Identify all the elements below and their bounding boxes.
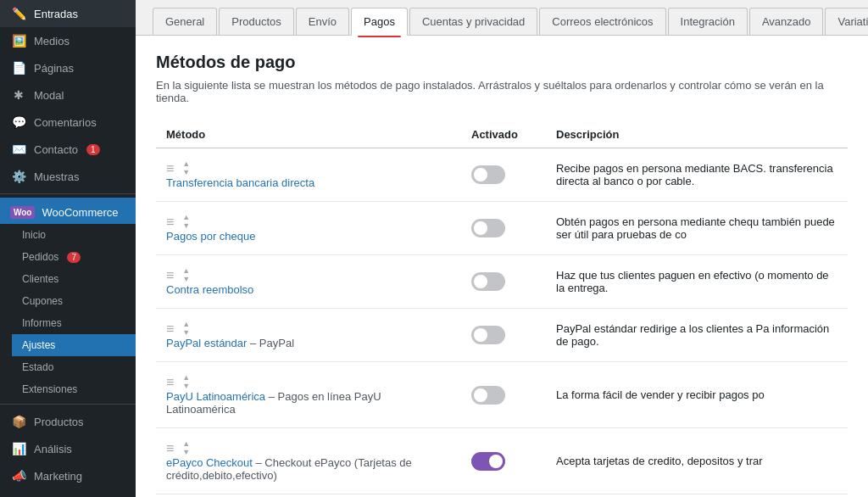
sidebar-label-contacto: Contacto bbox=[34, 143, 78, 156]
up-arrow-3[interactable]: ▲ bbox=[182, 321, 190, 328]
paginas-icon: 📄 bbox=[10, 61, 27, 75]
method-link-2[interactable]: Contra reembolso bbox=[166, 283, 253, 296]
table-row: ≡▲▼PayU Latinoamérica – Pagos en línea P… bbox=[156, 362, 848, 428]
sidebar-woocommerce[interactable]: Woo WooCommerce bbox=[0, 198, 136, 224]
productos-icon: 📦 bbox=[10, 415, 27, 428]
desc-cell-4: La forma fácil de vender y recibir pagos… bbox=[546, 362, 848, 428]
toggle-slider-1 bbox=[471, 219, 505, 237]
up-arrow-0[interactable]: ▲ bbox=[182, 160, 190, 168]
method-link-0[interactable]: Transferencia bancaria directa bbox=[166, 176, 314, 189]
down-arrow-3[interactable]: ▼ bbox=[182, 329, 190, 337]
main-content: GeneralProductosEnvíoPagosCuentas y priv… bbox=[136, 0, 868, 497]
activated-cell-5[interactable] bbox=[461, 428, 546, 494]
sidebar-item-cupones[interactable]: Cupones bbox=[12, 290, 136, 312]
tab-general[interactable]: General bbox=[153, 8, 217, 35]
sidebar-label-comentarios: Comentarios bbox=[34, 116, 97, 129]
drag-handle-5[interactable]: ≡ bbox=[166, 441, 174, 456]
sidebar-item-modal[interactable]: ✱Modal bbox=[0, 81, 136, 109]
toggle-1[interactable] bbox=[471, 219, 505, 237]
col-header-method: Método bbox=[156, 121, 461, 148]
sidebar-label-analisis: Análisis bbox=[34, 443, 72, 455]
method-link-4[interactable]: PayU Latinoamérica bbox=[166, 390, 265, 403]
tab-avanzado[interactable]: Avanzado bbox=[749, 8, 824, 35]
up-arrow-1[interactable]: ▲ bbox=[182, 214, 190, 221]
sidebar-item-marketing[interactable]: 📣Marketing bbox=[0, 462, 136, 489]
col-header-description: Descripción bbox=[546, 121, 848, 148]
down-arrow-1[interactable]: ▼ bbox=[182, 222, 190, 230]
activated-cell-4[interactable] bbox=[461, 362, 546, 428]
sidebar-item-inicio[interactable]: Inicio bbox=[12, 224, 136, 246]
down-arrow-2[interactable]: ▼ bbox=[182, 276, 190, 283]
activated-cell-1[interactable] bbox=[461, 202, 546, 255]
page-description: En la siguiente lista se muestran los mé… bbox=[156, 79, 848, 104]
sidebar-item-comentarios[interactable]: 💬Comentarios bbox=[0, 109, 136, 136]
move-col-2: ≡▲▼ bbox=[166, 267, 225, 283]
sidebar-item-productos[interactable]: 📦Productos bbox=[0, 408, 136, 435]
sidebar-label-modal: Modal bbox=[34, 89, 64, 102]
sidebar-item-entradas[interactable]: ✏️Entradas bbox=[0, 0, 136, 27]
sidebar-item-pedidos[interactable]: Pedidos7 bbox=[12, 246, 136, 268]
tab-cuentas[interactable]: Cuentas y privacidad bbox=[409, 8, 537, 35]
sidebar-item-extensiones[interactable]: Extensiones bbox=[12, 378, 136, 400]
sidebar-label-pedidos: Pedidos bbox=[22, 251, 58, 263]
toggle-3[interactable] bbox=[471, 326, 505, 344]
drag-handle-0[interactable]: ≡ bbox=[166, 161, 174, 176]
move-col-5: ≡▲▼ bbox=[166, 440, 225, 456]
method-cell-3: ≡▲▼PayPal estándar – PayPal bbox=[156, 309, 461, 362]
method-cell-4: ≡▲▼PayU Latinoamérica – Pagos en línea P… bbox=[156, 362, 461, 428]
sidebar-label-cupones: Cupones bbox=[22, 295, 63, 307]
tab-pagos[interactable]: Pagos bbox=[351, 8, 408, 36]
muestras-icon: ⚙️ bbox=[10, 170, 27, 183]
tab-productos[interactable]: Productos bbox=[219, 8, 294, 35]
sidebar-label-productos: Productos bbox=[34, 416, 84, 428]
woo-icon: Woo bbox=[10, 206, 35, 219]
toggle-2[interactable] bbox=[471, 272, 505, 291]
page-content: Métodos de pago En la siguiente lista se… bbox=[136, 36, 868, 497]
sidebar-item-paginas[interactable]: 📄Páginas bbox=[0, 54, 136, 81]
toggle-4[interactable] bbox=[471, 386, 505, 405]
tab-envio[interactable]: Envío bbox=[296, 8, 349, 35]
method-link-1[interactable]: Pagos por cheque bbox=[166, 230, 256, 243]
up-arrow-2[interactable]: ▲ bbox=[182, 267, 190, 275]
tab-variation[interactable]: Variation Gallery bbox=[825, 8, 868, 35]
sort-arrows-3: ▲▼ bbox=[182, 321, 190, 337]
method-cell-1: ≡▲▼Pagos por cheque bbox=[156, 202, 461, 255]
sort-arrows-4: ▲▼ bbox=[182, 374, 190, 390]
drag-handle-4[interactable]: ≡ bbox=[166, 375, 174, 390]
toggle-5[interactable] bbox=[471, 452, 505, 471]
table-row: ≡▲▼PayPal estándar – PayPalPayPal estánd… bbox=[156, 309, 848, 362]
sidebar-label-marketing: Marketing bbox=[34, 470, 82, 483]
sidebar-item-contacto[interactable]: ✉️Contacto1 bbox=[0, 136, 136, 163]
drag-handle-1[interactable]: ≡ bbox=[166, 215, 174, 230]
sidebar-item-medios[interactable]: 🖼️Medios bbox=[0, 27, 136, 54]
activated-cell-2[interactable] bbox=[461, 255, 546, 309]
move-col-3: ≡▲▼ bbox=[166, 321, 225, 337]
drag-handle-2[interactable]: ≡ bbox=[166, 268, 174, 283]
drag-handle-3[interactable]: ≡ bbox=[166, 321, 174, 337]
toggle-0[interactable] bbox=[471, 165, 505, 184]
sidebar-divider2 bbox=[0, 404, 136, 405]
up-arrow-4[interactable]: ▲ bbox=[182, 374, 190, 382]
desc-cell-1: Obtén pagos en persona mediante chequ ta… bbox=[546, 202, 848, 255]
sidebar-item-clientes[interactable]: Clientes bbox=[12, 268, 136, 290]
activated-cell-3[interactable] bbox=[461, 309, 546, 362]
down-arrow-0[interactable]: ▼ bbox=[182, 169, 190, 176]
down-arrow-4[interactable]: ▼ bbox=[182, 383, 190, 390]
sidebar-item-muestras[interactable]: ⚙️Muestras bbox=[0, 163, 136, 190]
tab-correos[interactable]: Correos electrónicos bbox=[539, 8, 665, 35]
method-link-5[interactable]: ePayco Checkout bbox=[166, 456, 253, 469]
activated-cell-0[interactable] bbox=[461, 148, 546, 202]
desc-cell-5: Acepta tarjetas de credito, depositos y … bbox=[546, 428, 848, 494]
sidebar-item-ajustes[interactable]: Ajustes bbox=[12, 334, 136, 356]
pedidos-badge: 7 bbox=[67, 252, 81, 263]
sidebar-item-estado[interactable]: Estado bbox=[12, 356, 136, 378]
up-arrow-5[interactable]: ▲ bbox=[182, 440, 190, 448]
tab-integracion[interactable]: Integración bbox=[668, 8, 748, 35]
sidebar-item-informes[interactable]: Informes bbox=[12, 312, 136, 334]
down-arrow-5[interactable]: ▼ bbox=[182, 449, 190, 456]
sidebar-label-ajustes: Ajustes bbox=[22, 339, 55, 351]
sidebar-item-analisis[interactable]: 📊Análisis bbox=[0, 435, 136, 462]
sidebar-label-informes: Informes bbox=[22, 317, 62, 329]
toggle-slider-0 bbox=[471, 165, 505, 184]
toggle-slider-5 bbox=[471, 452, 505, 471]
